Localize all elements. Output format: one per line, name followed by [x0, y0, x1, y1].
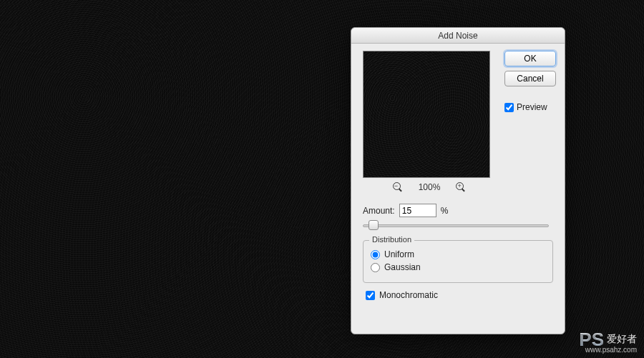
distribution-fieldset: Distribution Uniform Gaussian: [363, 240, 553, 283]
dialog-buttons: OK Cancel Preview: [504, 51, 556, 112]
amount-input[interactable]: [399, 204, 436, 217]
zoom-controls: − 100% +: [363, 178, 496, 199]
cancel-button[interactable]: Cancel: [504, 71, 556, 86]
monochromatic-label: Monochromatic: [379, 290, 438, 300]
preview-checkbox[interactable]: [504, 103, 514, 112]
zoom-level: 100%: [419, 182, 441, 192]
distribution-legend: Distribution: [369, 235, 414, 244]
dialog-title: Add Noise: [351, 28, 565, 44]
gaussian-label: Gaussian: [384, 262, 421, 272]
zoom-out-icon[interactable]: −: [393, 182, 403, 192]
uniform-label: Uniform: [384, 249, 414, 259]
preview-label: Preview: [517, 102, 547, 112]
slider-thumb[interactable]: [369, 220, 379, 230]
uniform-radio-row[interactable]: Uniform: [371, 249, 545, 259]
amount-slider[interactable]: [363, 219, 549, 233]
gaussian-radio[interactable]: [371, 263, 380, 272]
dialog-body: OK Cancel Preview − 100% + Amount: % Dis…: [351, 44, 565, 334]
amount-row: Amount: %: [363, 204, 556, 217]
noise-preview[interactable]: [363, 51, 490, 178]
gaussian-radio-row[interactable]: Gaussian: [371, 262, 545, 272]
amount-label: Amount:: [363, 206, 395, 216]
amount-unit: %: [441, 206, 449, 216]
uniform-radio[interactable]: [371, 250, 380, 259]
zoom-in-icon[interactable]: +: [456, 182, 466, 192]
monochromatic-checkbox[interactable]: [366, 291, 375, 300]
slider-track: [363, 224, 549, 227]
preview-checkbox-row[interactable]: Preview: [504, 102, 556, 112]
monochromatic-row[interactable]: Monochromatic: [366, 290, 556, 300]
ok-button[interactable]: OK: [504, 51, 556, 66]
add-noise-dialog: Add Noise OK Cancel Preview − 100% + Amo…: [351, 27, 565, 334]
